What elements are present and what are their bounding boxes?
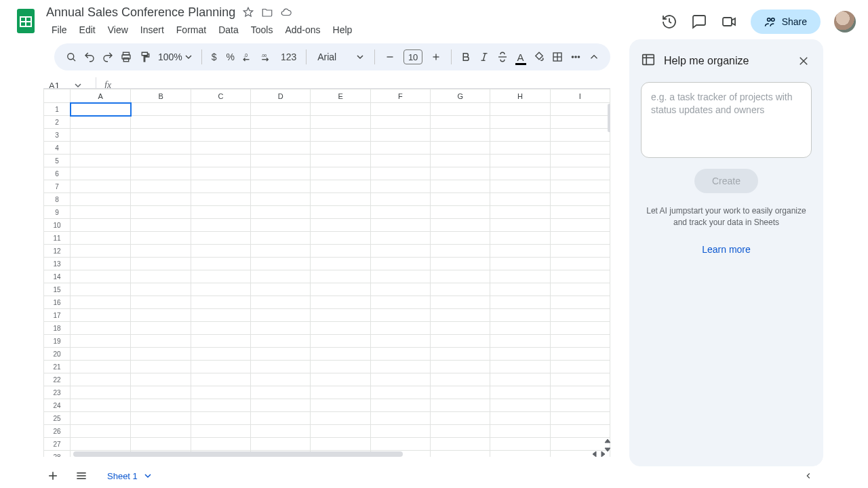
close-icon[interactable] [795,53,812,69]
more-formats-icon[interactable]: 123 [277,47,300,66]
menu-help[interactable]: Help [328,23,358,37]
menu-file[interactable]: File [46,23,73,37]
menu-edit[interactable]: Edit [74,23,101,37]
history-icon[interactable] [661,14,677,30]
svg-text:.0: .0 [244,53,248,58]
undo-icon[interactable] [81,47,98,66]
decrease-font-size-icon[interactable] [380,47,399,66]
organize-prompt-input[interactable]: e.g. a task tracker of projects with sta… [641,82,812,158]
increase-decimal-icon[interactable]: .00 [258,47,275,66]
more-toolbar-icon[interactable] [567,47,584,66]
document-title[interactable]: Annual Sales Conference Planning [46,5,235,20]
toolbar: 100% $ % .0 .00 123 Arial 10 A [54,43,610,70]
zoom-selector[interactable]: 100% [154,52,196,62]
sheet-tab-1[interactable]: Sheet 1 [100,468,158,484]
menu-view[interactable]: View [102,23,134,37]
zoom-value: 100% [158,52,182,62]
svg-rect-12 [123,58,129,62]
strikethrough-icon[interactable] [494,47,511,66]
svg-line-9 [73,59,75,61]
print-icon[interactable] [117,47,134,66]
side-panel-description: Let AI jumpstart your work to easily org… [641,205,812,229]
increase-font-size-icon[interactable] [427,47,446,66]
svg-point-7 [771,18,774,22]
learn-more-link[interactable]: Learn more [641,244,812,255]
organize-table-icon [641,52,656,70]
star-icon[interactable] [242,6,254,18]
add-sheet-icon[interactable] [43,466,62,485]
spreadsheet-grid[interactable]: ABCDEFGHI1234567891011121314151617181920… [43,88,610,457]
help-me-organize-panel: Help me organize e.g. a task tracker of … [629,39,823,466]
currency-format-icon[interactable]: $ [208,47,221,66]
vscroll-arrows[interactable] [604,438,610,453]
svg-rect-5 [723,18,732,26]
menu-data[interactable]: Data [213,23,244,37]
bold-icon[interactable] [457,47,474,66]
font-selector[interactable]: Arial [312,52,369,62]
menu-format[interactable]: Format [171,23,212,37]
redo-icon[interactable] [99,47,116,66]
all-sheets-icon[interactable] [72,466,91,485]
svg-point-8 [67,54,73,60]
svg-rect-30 [643,55,654,65]
side-panel-title: Help me organize [664,55,749,67]
percent-format-icon[interactable]: % [222,47,239,66]
menu-addons[interactable]: Add-ons [279,23,326,37]
decrease-decimal-icon[interactable]: .0 [240,47,257,66]
svg-point-27 [572,56,573,58]
svg-point-28 [574,56,576,58]
text-color-icon[interactable]: A [512,47,529,66]
meet-video-icon[interactable] [721,14,737,30]
borders-icon[interactable] [549,47,566,66]
collapse-toolbar-icon[interactable] [585,47,602,66]
vertical-scrollbar[interactable] [608,104,610,132]
svg-point-6 [767,18,770,22]
share-label: Share [782,16,807,27]
create-button[interactable]: Create [694,169,758,193]
paint-format-icon[interactable] [136,47,153,66]
move-folder-icon[interactable] [261,6,273,18]
search-menus-icon[interactable] [62,47,79,66]
sheets-app-icon[interactable] [12,4,39,38]
font-size-input[interactable]: 10 [403,49,422,64]
account-avatar[interactable] [834,11,856,33]
menu-insert[interactable]: Insert [135,23,170,37]
menu-bar: File Edit View Insert Format Data Tools … [46,22,357,38]
horizontal-scrollbar[interactable] [73,451,403,457]
font-name: Arial [317,52,336,62]
svg-text:.00: .00 [261,54,267,58]
menu-tools[interactable]: Tools [245,23,279,37]
expand-side-panel-icon[interactable] [802,469,815,483]
italic-icon[interactable] [475,47,492,66]
fill-color-icon[interactable] [530,47,547,66]
svg-line-22 [483,54,485,61]
share-button[interactable]: Share [751,9,821,34]
cloud-status-icon[interactable] [280,6,292,18]
comments-icon[interactable] [691,14,707,30]
svg-point-29 [578,56,579,58]
